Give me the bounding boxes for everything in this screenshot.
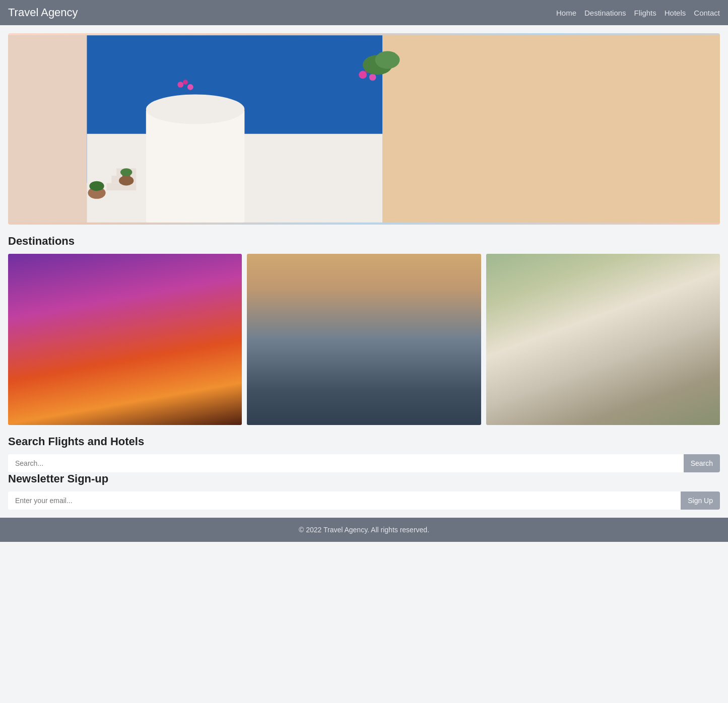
svg-rect-1: [8, 35, 87, 223]
newsletter-form: Sign Up: [8, 491, 720, 510]
svg-point-24: [375, 51, 400, 68]
main-nav: Home Destinations Flights Hotels Contact: [556, 9, 720, 17]
footer-text: © 2022 Travel Agency. All rights reserve…: [299, 526, 429, 534]
site-footer: © 2022 Travel Agency. All rights reserve…: [0, 518, 728, 542]
svg-point-16: [183, 80, 188, 85]
nav-item-hotels[interactable]: Hotels: [665, 9, 686, 17]
search-section: Search Flights and Hotels Search: [8, 435, 720, 472]
main-content: Destinations Search Flights and Hotels S…: [0, 25, 728, 518]
svg-point-14: [89, 181, 104, 191]
site-header: Travel Agency Home Destinations Flights …: [0, 0, 728, 25]
svg-point-20: [359, 71, 367, 79]
svg-point-11: [120, 168, 132, 176]
newsletter-email-input[interactable]: [8, 491, 681, 510]
newsletter-section: Newsletter Sign-up Sign Up: [8, 472, 720, 510]
destination-card-1[interactable]: [8, 254, 242, 425]
destinations-grid: [8, 254, 720, 425]
search-button[interactable]: Search: [684, 454, 720, 472]
destination-card-3[interactable]: [486, 254, 720, 425]
svg-point-15: [177, 82, 183, 88]
destination-card-2[interactable]: [247, 254, 481, 425]
svg-point-22: [369, 74, 376, 81]
hero-illustration: [8, 33, 720, 225]
svg-rect-4: [146, 109, 245, 223]
nav-item-home[interactable]: Home: [556, 9, 576, 17]
hero-section: [8, 33, 720, 225]
nav-item-flights[interactable]: Flights: [634, 9, 656, 17]
svg-point-5: [146, 95, 245, 124]
signup-button[interactable]: Sign Up: [681, 491, 720, 510]
svg-rect-18: [382, 35, 720, 223]
site-logo: Travel Agency: [8, 6, 78, 19]
search-title: Search Flights and Hotels: [8, 435, 720, 448]
destinations-title: Destinations: [8, 235, 720, 248]
nav-item-contact[interactable]: Contact: [694, 9, 720, 17]
destinations-section: Destinations: [8, 235, 720, 425]
search-input[interactable]: [8, 454, 684, 472]
nav-item-destinations[interactable]: Destinations: [584, 9, 626, 17]
svg-point-17: [187, 84, 193, 90]
newsletter-title: Newsletter Sign-up: [8, 472, 720, 485]
search-form: Search: [8, 454, 720, 472]
hero-image: [8, 33, 720, 225]
